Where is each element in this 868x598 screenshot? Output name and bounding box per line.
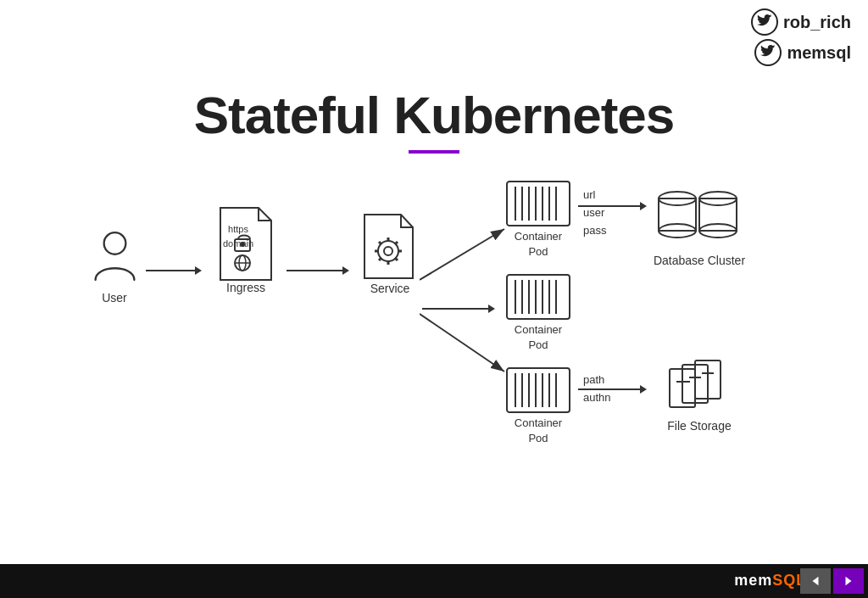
pod-bot-label: Container Pod	[515, 416, 562, 446]
svg-rect-20	[507, 182, 570, 226]
title-section: Stateful Kubernetes	[0, 85, 868, 154]
db-cluster-label: Database Cluster	[654, 254, 745, 267]
service-block: Service	[356, 212, 424, 295]
nav-buttons	[800, 568, 864, 594]
file-conn-labels: path authn	[583, 372, 611, 407]
pod-bot-block: Container Pod	[500, 365, 576, 446]
svg-rect-36	[507, 368, 570, 412]
social-handle-rob: rob_rich	[751, 8, 851, 36]
user-block: User	[85, 229, 144, 305]
social-handle-memsql: memsql	[754, 39, 851, 66]
arrow-user-ingress	[146, 270, 197, 271]
pod-top-label: Container Pod	[515, 229, 562, 260]
pod-mid-label: Container Pod	[515, 322, 562, 353]
arrow-ingress-service	[287, 270, 344, 271]
ingress-https: https	[228, 224, 248, 234]
handle-memsql-text: memsql	[787, 43, 851, 63]
svg-marker-57	[846, 577, 852, 586]
svg-marker-56	[813, 577, 819, 586]
file-storage-block: File Storage	[653, 356, 746, 433]
title-underline	[409, 150, 459, 154]
arrow-service-pod-top	[420, 221, 513, 288]
twitter-icon-memsql	[754, 39, 782, 66]
svg-point-7	[384, 247, 392, 255]
svg-line-19	[420, 314, 504, 372]
svg-point-0	[103, 232, 125, 254]
svg-line-12	[379, 242, 381, 244]
twitter-icon-rob	[751, 8, 778, 36]
handle-rob-text: rob_rich	[783, 13, 851, 32]
db-conn-labels: url user pass	[583, 187, 606, 239]
arrow-service-pod-bot	[420, 297, 513, 382]
svg-line-13	[395, 258, 398, 260]
ingress-block: https domain Ingress	[208, 204, 284, 294]
bottom-bar: memSQL ⓪	[0, 564, 868, 598]
ingress-domain: domain	[223, 238, 253, 249]
page-title: Stateful Kubernetes	[0, 85, 868, 145]
svg-rect-28	[507, 275, 570, 319]
file-storage-label: File Storage	[667, 419, 731, 433]
user-label: User	[102, 291, 127, 305]
svg-line-14	[395, 242, 398, 244]
user-icon	[92, 229, 138, 288]
architecture-diagram: User https domain Ingress	[85, 178, 834, 441]
svg-line-15	[379, 258, 381, 260]
svg-line-17	[420, 229, 504, 280]
service-label: Service	[370, 282, 410, 295]
next-button[interactable]	[833, 568, 864, 594]
prev-button[interactable]	[800, 568, 831, 594]
pod-mid-block: Container Pod	[500, 271, 576, 353]
ingress-label: Ingress	[226, 281, 265, 294]
db-cluster-block: Database Cluster	[644, 187, 754, 267]
social-handles: rob_rich memsql	[751, 8, 851, 66]
pod-top-block: Container Pod	[500, 178, 576, 260]
